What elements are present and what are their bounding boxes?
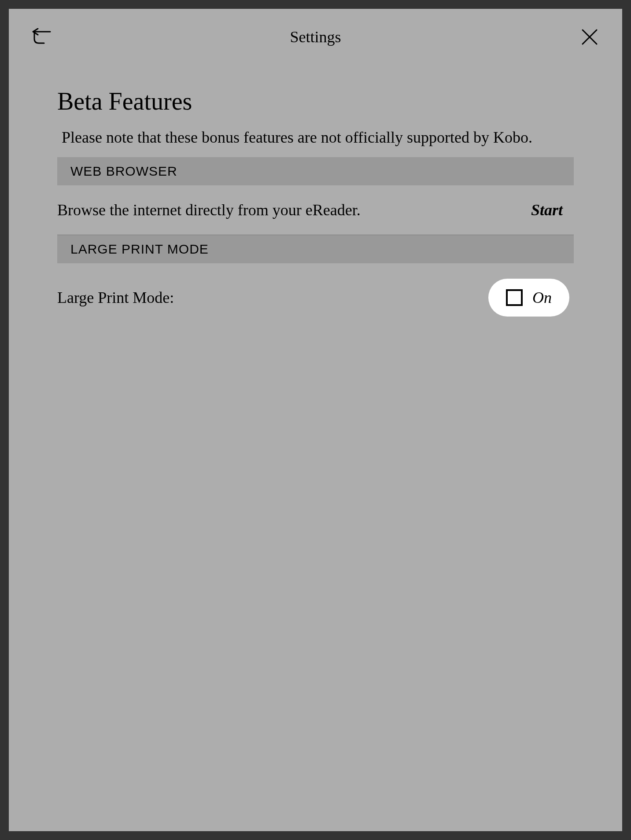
web-browser-section: WEB BROWSER Browse the internet directly… xyxy=(57,157,574,235)
large-print-label: Large Print Mode: xyxy=(57,288,174,307)
header-bar: Settings xyxy=(9,9,622,61)
back-button[interactable] xyxy=(31,26,52,48)
web-browser-row: Browse the internet directly from your e… xyxy=(57,185,574,235)
page-heading: Beta Features xyxy=(57,87,574,115)
toggle-label: On xyxy=(532,288,552,307)
close-button[interactable] xyxy=(579,26,600,48)
settings-screen: Settings Beta Features Please note that … xyxy=(9,9,622,831)
close-icon xyxy=(581,28,598,46)
large-print-toggle[interactable]: On xyxy=(488,279,569,317)
large-print-row: Large Print Mode: On xyxy=(57,263,574,332)
checkbox-icon xyxy=(506,289,523,306)
web-browser-start-button[interactable]: Start xyxy=(531,201,574,219)
content-area: Beta Features Please note that these bon… xyxy=(9,87,622,332)
page-subtitle: Please note that these bonus features ar… xyxy=(57,126,574,148)
large-print-header: LARGE PRINT MODE xyxy=(57,235,574,263)
large-print-section: LARGE PRINT MODE Large Print Mode: On xyxy=(57,235,574,332)
web-browser-header: WEB BROWSER xyxy=(57,157,574,185)
web-browser-description: Browse the internet directly from your e… xyxy=(57,201,361,219)
back-arrow-icon xyxy=(31,28,52,46)
header-title: Settings xyxy=(290,28,341,46)
